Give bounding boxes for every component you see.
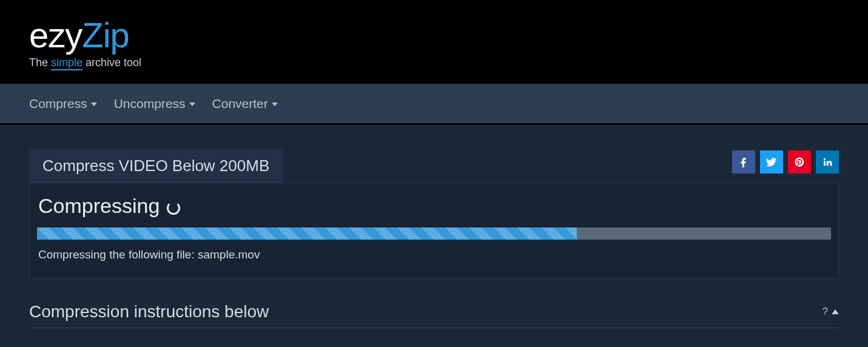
status-text: Compressing bbox=[38, 194, 160, 218]
caret-down-icon bbox=[189, 103, 195, 106]
progress-fill bbox=[37, 227, 577, 240]
tagline-mid: simple bbox=[51, 56, 82, 70]
logo-tagline: The simple archive tool bbox=[29, 56, 141, 69]
logo-text-zip: Zip bbox=[82, 15, 129, 55]
nav-converter[interactable]: Converter bbox=[212, 96, 278, 111]
social-buttons bbox=[732, 150, 839, 174]
facebook-icon bbox=[738, 157, 749, 167]
content-top-row: Compress VIDEO Below 200MB bbox=[29, 149, 839, 183]
nav-compress-label: Compress bbox=[29, 96, 87, 111]
instructions-title: Compression instructions below bbox=[29, 302, 269, 322]
logo-text-ezy: ezy bbox=[29, 15, 82, 55]
help-toggle[interactable]: ? bbox=[823, 306, 839, 317]
help-label: ? bbox=[823, 306, 828, 317]
nav-compress[interactable]: Compress bbox=[29, 96, 97, 111]
tagline-post: archive tool bbox=[82, 56, 141, 69]
linkedin-button[interactable] bbox=[816, 150, 839, 174]
instructions-header[interactable]: Compression instructions below ? bbox=[29, 302, 839, 328]
status-panel: Compressing Compressing the following fi… bbox=[29, 183, 839, 279]
file-status-text: Compressing the following file: sample.m… bbox=[37, 248, 831, 261]
nav-converter-label: Converter bbox=[212, 96, 268, 111]
twitter-button[interactable] bbox=[760, 150, 783, 174]
tagline-pre: The bbox=[29, 56, 51, 69]
status-row: Compressing bbox=[37, 194, 831, 218]
nav-uncompress[interactable]: Uncompress bbox=[114, 96, 195, 111]
page-tab-title: Compress VIDEO Below 200MB bbox=[29, 149, 283, 183]
nav-uncompress-label: Uncompress bbox=[114, 96, 186, 111]
logo[interactable]: ezyZip The simple archive tool bbox=[29, 15, 141, 69]
caret-down-icon bbox=[91, 103, 97, 106]
main-nav: Compress Uncompress Converter bbox=[0, 84, 868, 125]
caret-up-icon bbox=[832, 309, 839, 314]
twitter-icon bbox=[765, 156, 778, 168]
caret-down-icon bbox=[272, 103, 278, 106]
progress-bar bbox=[37, 227, 831, 240]
spinner-icon bbox=[167, 201, 180, 215]
linkedin-icon bbox=[822, 157, 833, 167]
pinterest-button[interactable] bbox=[788, 150, 811, 174]
header-bar: ezyZip The simple archive tool bbox=[0, 0, 868, 84]
content-area: Compress VIDEO Below 200MB Compressing C… bbox=[0, 125, 868, 328]
pinterest-icon bbox=[794, 157, 805, 167]
facebook-button[interactable] bbox=[732, 150, 755, 174]
